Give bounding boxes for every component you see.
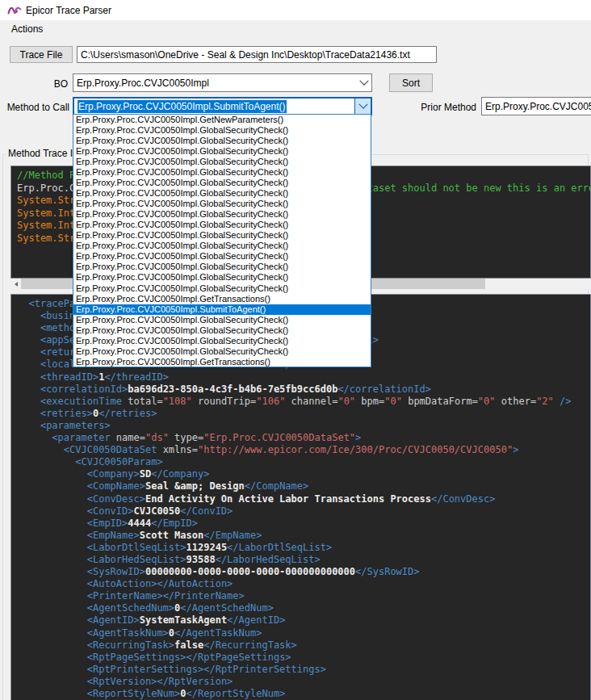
prior-method-input[interactable]: Erp.Proxy.Proc.CVJC0050Impl [481,97,591,115]
dropdown-item[interactable]: Erp.Proxy.Proc.CVJC0050Impl.GlobalSecuri… [73,136,371,146]
dropdown-item[interactable]: Erp.Proxy.Proc.CVJC0050Impl.GlobalSecuri… [73,188,371,199]
app-logo-icon [7,4,22,16]
title-bar: Epicor Trace Parser [0,0,591,20]
dropdown-item[interactable]: Erp.Proxy.Proc.CVJC0050Impl.GetNewParame… [73,115,371,125]
window-title: Epicor Trace Parser [26,5,111,16]
dropdown-item[interactable]: Erp.Proxy.Proc.CVJC0050Impl.GlobalSecuri… [73,336,371,346]
dropdown-item[interactable]: Erp.Proxy.Proc.CVJC0050Impl.SubmitToAgen… [73,304,371,315]
dropdown-item[interactable]: Erp.Proxy.Proc.CVJC0050Impl.GlobalSecuri… [73,315,371,325]
bo-label: BO [0,78,68,90]
dropdown-item[interactable]: Erp.Proxy.Proc.CVJC0050Impl.GlobalSecuri… [73,220,371,230]
dropdown-item[interactable]: Erp.Proxy.Proc.CVJC0050Impl.GlobalSecuri… [73,272,371,283]
method-chevron-down-icon[interactable] [354,99,371,114]
bo-value: Erp.Proxy.Proc.CVJC0050Impl [73,74,356,91]
dropdown-item[interactable]: Erp.Proxy.Proc.CVJC0050Impl.GlobalSecuri… [73,125,371,136]
dropdown-item[interactable]: Erp.Proxy.Proc.CVJC0050Impl.GlobalSecuri… [73,146,371,157]
dropdown-item[interactable]: Erp.Proxy.Proc.CVJC0050Impl.GlobalSecuri… [73,251,371,262]
dropdown-item[interactable]: Erp.Proxy.Proc.CVJC0050Impl.GlobalSecuri… [73,167,371,178]
menu-bar: Actions [0,20,591,37]
bo-chevron-down-icon[interactable] [356,74,371,91]
dropdown-item[interactable]: Erp.Proxy.Proc.CVJC0050Impl.GlobalSecuri… [73,199,371,209]
sort-button[interactable]: Sort [389,73,433,92]
dropdown-item[interactable]: Erp.Proxy.Proc.CVJC0050Impl.GlobalSecuri… [73,262,371,272]
dropdown-item[interactable]: Erp.Proxy.Proc.CVJC0050Impl.GetTransacti… [73,294,371,304]
scroll-left-icon [15,282,18,287]
dropdown-item[interactable]: Erp.Proxy.Proc.CVJC0050Impl.GlobalSecuri… [73,283,371,294]
dropdown-item[interactable]: Erp.Proxy.Proc.CVJC0050Impl.GlobalSecuri… [73,346,371,357]
method-to-call-label: Method to Call [0,102,69,113]
bo-combobox[interactable]: Erp.Proxy.Proc.CVJC0050Impl [73,73,372,92]
method-dropdown-list[interactable]: Erp.Proxy.Proc.CVJC0050Impl.GetNewParame… [73,114,371,367]
trace-file-button[interactable]: Trace File [10,46,73,63]
dropdown-item[interactable]: Erp.Proxy.Proc.CVJC0050Impl.GlobalSecuri… [73,241,371,251]
prior-method-label: Prior Method [412,102,476,113]
dropdown-item[interactable]: Erp.Proxy.Proc.CVJC0050Impl.GlobalSecuri… [73,157,371,167]
method-to-call-value: Erp.Proxy.Proc.CVJC0050Impl.SubmitToAgen… [74,99,354,114]
menu-actions[interactable]: Actions [6,22,48,36]
trace-file-path-input[interactable]: C:\Users\smason\OneDrive - Seal & Design… [77,46,437,63]
dropdown-item[interactable]: Erp.Proxy.Proc.CVJC0050Impl.GlobalSecuri… [73,325,371,336]
dropdown-item[interactable]: Erp.Proxy.Proc.CVJC0050Impl.GlobalSecuri… [73,178,371,188]
dropdown-item[interactable]: Erp.Proxy.Proc.CVJC0050Impl.GetTransacti… [73,357,371,367]
method-to-call-combobox[interactable]: Erp.Proxy.Proc.CVJC0050Impl.SubmitToAgen… [73,97,372,115]
scroll-left-button[interactable] [10,279,21,289]
app-window: Epicor Trace Parser Actions Trace File C… [0,0,591,700]
dropdown-item[interactable]: Erp.Proxy.Proc.CVJC0050Impl.GlobalSecuri… [73,230,371,241]
dropdown-item[interactable]: Erp.Proxy.Proc.CVJC0050Impl.GlobalSecuri… [73,209,371,220]
